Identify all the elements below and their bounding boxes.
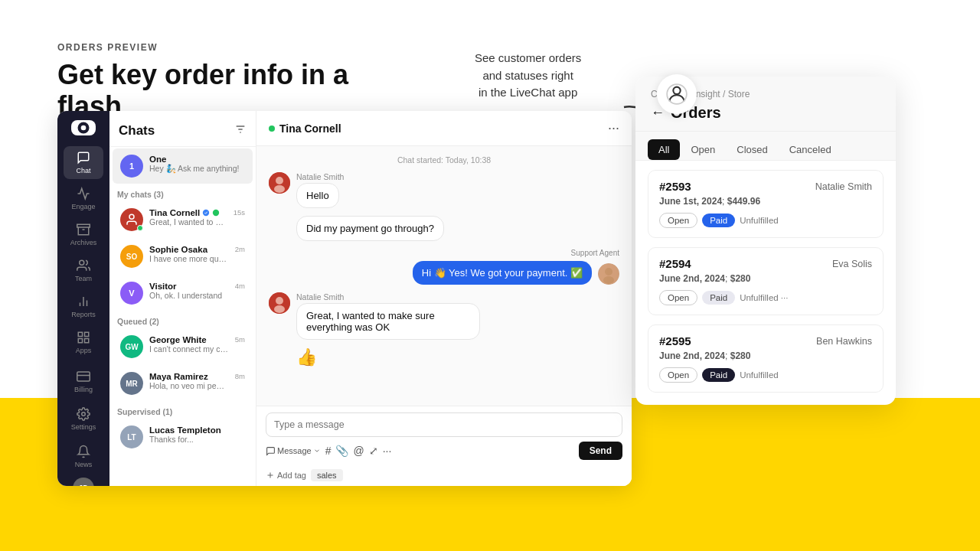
svg-rect-14 [78, 339, 82, 343]
sender-label: Natalie Smith [296, 292, 480, 302]
hashtag-icon[interactable]: # [325, 445, 332, 457]
list-item[interactable]: MR Maya Ramirez Hola, no veo mi pedido e… [113, 366, 253, 401]
queued-label[interactable]: Queued (2) [109, 312, 256, 328]
chat-preview: I have one more question. Could... [149, 254, 229, 263]
chat-time: 15s [234, 208, 245, 217]
message-type-button[interactable]: Message [266, 446, 321, 456]
order-card: #2594 Eva Solis June 2nd, 2024; $280 Ope… [648, 247, 884, 315]
chats-header: Chats [109, 111, 256, 147]
attachment-icon[interactable]: 📎 [335, 445, 348, 457]
order-customer: Natalie Smith [815, 181, 872, 192]
more-options-button[interactable]: ··· [608, 120, 619, 136]
expand-icon[interactable]: ⤢ [369, 445, 378, 457]
svg-rect-13 [85, 339, 89, 343]
order-badges: Open Paid Unfulfilled [659, 367, 872, 383]
tab-closed[interactable]: Closed [726, 139, 778, 160]
emoji-icon[interactable]: @ [353, 445, 364, 457]
sidebar-reports-label: Reports [71, 311, 96, 318]
callout-text: See customer orders and statuses right i… [475, 50, 581, 102]
supervised-label[interactable]: Supervised (1) [109, 403, 256, 418]
tab-open[interactable]: Open [680, 139, 726, 160]
avatar[interactable]: JD [73, 478, 94, 486]
customer-insight-panel: Customer Insight / Store ← Orders All Op… [635, 77, 896, 405]
messages-area: Chat started: Today, 10:38 Natalie Smith… [256, 146, 632, 406]
sidebar-item-news[interactable]: News [64, 440, 103, 473]
my-chats-label[interactable]: My chats (3) [109, 185, 256, 201]
sidebar-settings-label: Settings [71, 423, 96, 431]
list-item[interactable]: V Visitor Oh, ok. I understand 4m [113, 276, 253, 311]
sidebar-item-chat[interactable]: Chat [64, 146, 103, 179]
avatar: LT [120, 425, 143, 448]
orders-list: #2593 Natalie Smith June 1st, 2024; $449… [635, 170, 896, 393]
sidebar-news-label: News [75, 461, 93, 468]
order-date: June 1st, 2024; $449.96 [659, 196, 872, 207]
chat-name: Tina Cornell [149, 208, 227, 217]
chat-time: 4m [235, 282, 245, 290]
avatar [598, 263, 619, 285]
sidebar-chat-label: Chat [76, 167, 90, 174]
tab-all[interactable]: All [648, 139, 680, 160]
sidebar-logo [71, 120, 96, 135]
status-badge: Open [659, 213, 697, 228]
svg-point-21 [129, 214, 134, 219]
sidebar-item-archives[interactable]: Archives [64, 218, 103, 251]
order-badges: Open Paid Unfulfilled ··· [659, 290, 872, 305]
user-profile-icon [657, 74, 697, 114]
app-window: Chat Engage Archives Team [57, 111, 632, 486]
agent-label: Support Agent [571, 249, 619, 257]
chat-time: 5m [235, 335, 245, 344]
svg-point-7 [80, 260, 84, 265]
add-tag-button[interactable]: Add tag [266, 471, 306, 480]
message-row: Hi 👋 Yes! We got your payment. ✅ [413, 261, 619, 285]
filter-icon[interactable] [234, 123, 247, 139]
chat-preview: Great, I wanted to make sure ever... [149, 217, 227, 227]
chat-info: Maya Ramirez Hola, no veo mi pedido en l… [149, 372, 229, 390]
avatar [269, 172, 290, 194]
list-item[interactable]: SO Sophie Osaka I have one more question… [113, 239, 253, 274]
status-badge: Paid [702, 291, 735, 305]
sidebar-item-apps[interactable]: Apps [64, 326, 103, 359]
order-date: June 2nd, 2024; $280 [659, 350, 872, 361]
list-item[interactable]: GW George White I can't connect my card.… [113, 329, 253, 364]
svg-point-29 [603, 276, 614, 284]
insight-tabs: All Open Closed Canceled [635, 132, 896, 161]
chat-preview: Hola, no veo mi pedido en la tien... [149, 381, 229, 390]
avatar: V [120, 282, 143, 305]
svg-point-31 [276, 297, 283, 305]
chats-panel: Chats 1 One Hey 🧞 Ask me anything! My ch [109, 111, 256, 486]
message-input[interactable] [266, 412, 622, 437]
tab-canceled[interactable]: Canceled [779, 139, 842, 160]
more-icon[interactable]: ··· [383, 445, 392, 457]
online-dot [269, 126, 275, 132]
sidebar-item-settings[interactable]: Settings [64, 403, 103, 435]
sidebar: Chat Engage Archives Team [57, 111, 109, 486]
svg-point-17 [82, 412, 86, 416]
sidebar-item-team[interactable]: Team [64, 254, 103, 287]
sender-label: Natalie Smith [296, 172, 344, 181]
sidebar-item-engage[interactable]: Engage [64, 182, 103, 215]
avatar: MR [120, 372, 143, 395]
message-group: Natalie Smith Hello [296, 172, 344, 208]
chat-name: George White [149, 335, 229, 344]
list-item[interactable]: LT Lucas Templeton Thanks for... [113, 419, 253, 455]
order-number: #2593 [659, 180, 691, 193]
sidebar-item-reports[interactable]: Reports [64, 290, 103, 323]
orders-preview-label: ORDERS PREVIEW [57, 42, 410, 53]
svg-point-23 [213, 210, 219, 216]
chat-time: 2m [235, 245, 245, 253]
order-card: #2595 Ben Hawkins June 2nd, 2024; $280 O… [648, 324, 884, 393]
tags-row: Add tag sales [256, 466, 632, 486]
avatar: SO [120, 245, 143, 268]
status-badge: Unfulfilled ··· [740, 293, 788, 302]
send-button[interactable]: Send [579, 442, 622, 460]
chat-preview: Hey 🧞 Ask me anything! [149, 164, 245, 174]
list-item[interactable]: 1 One Hey 🧞 Ask me anything! [113, 148, 253, 184]
chat-name: Maya Ramirez [149, 372, 229, 381]
chat-preview: Thanks for... [149, 435, 245, 444]
svg-rect-12 [85, 332, 89, 336]
message-bubble: Did my payment go through? [296, 216, 444, 241]
avatar [120, 208, 143, 231]
chat-input-area: Message # 📎 @ ⤢ ··· Send [256, 406, 632, 466]
sidebar-item-billing[interactable]: Billing [64, 365, 103, 398]
list-item[interactable]: Tina Cornell Great, I wanted to make sur… [113, 202, 253, 237]
